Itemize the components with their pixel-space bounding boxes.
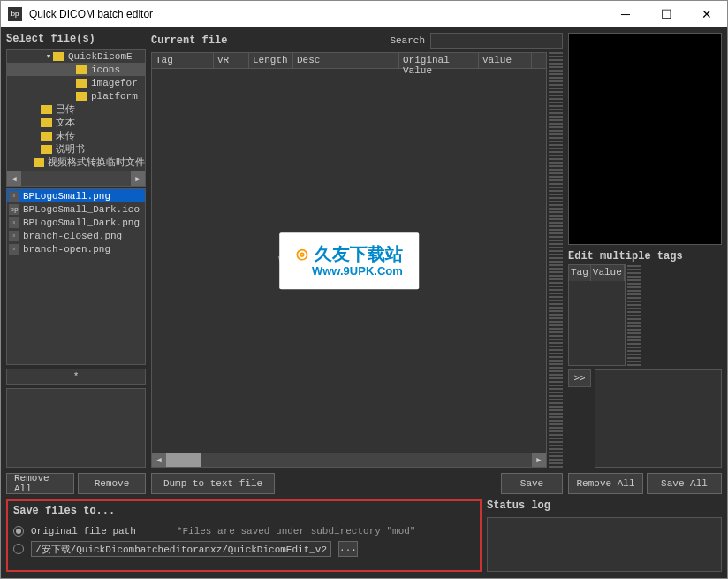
folder-icon	[41, 105, 52, 114]
select-files-label: Select file(s)	[6, 33, 146, 45]
browse-button[interactable]: ...	[338, 541, 358, 557]
column-header[interactable]: Tag	[152, 53, 214, 68]
file-icon: ▫	[9, 217, 19, 228]
window-title: Quick DICOM batch editor	[29, 8, 605, 20]
column-header[interactable]: Original Value	[399, 53, 479, 68]
dump-button[interactable]: Dump to text file	[151, 473, 275, 494]
file-item[interactable]: ▫BPLogoSmall.png	[7, 189, 145, 202]
folder-icon	[41, 118, 52, 127]
search-label: Search	[390, 35, 425, 46]
folder-icon	[76, 92, 87, 101]
file-list[interactable]: ▫BPLogoSmall.pngbpBPLogoSmall_Dark.ico▫B…	[6, 188, 146, 365]
tree-hscroll[interactable]: ◀ ▶	[7, 171, 145, 186]
save-all-button[interactable]: Save All	[647, 473, 722, 494]
folder-icon	[76, 65, 87, 74]
tree-item[interactable]: icons	[7, 63, 145, 76]
minimize-button[interactable]: ─	[605, 1, 646, 27]
move-right-button[interactable]: >>	[568, 369, 591, 387]
tree-item[interactable]: 未传	[7, 129, 145, 142]
table-hscroll[interactable]: ◀ ▶	[152, 453, 546, 467]
image-preview	[568, 33, 722, 245]
column-header[interactable]: Desc	[293, 53, 399, 68]
radio-custom-path[interactable]	[13, 544, 24, 554]
tree-item[interactable]: 文本	[7, 116, 145, 129]
close-button[interactable]: ✕	[686, 1, 727, 27]
custom-path-input[interactable]	[31, 541, 331, 557]
save-button[interactable]: Save	[501, 473, 563, 494]
edit-vscroll[interactable]	[627, 264, 641, 366]
save-files-label: Save files to...	[13, 505, 474, 517]
tree-item[interactable]: 视频格式转换临时文件	[7, 156, 145, 169]
titlebar: bp Quick DICOM batch editor ─ ☐ ✕	[1, 1, 727, 27]
file-icon: bp	[9, 204, 19, 215]
current-file-label: Current file	[151, 34, 227, 47]
tree-item[interactable]: platform	[7, 89, 145, 103]
column-header[interactable]: Length	[249, 53, 293, 68]
column-header[interactable]: Value	[591, 265, 625, 281]
save-files-panel: Save files to... Original file path *Fil…	[6, 499, 482, 572]
tag-table[interactable]: TagVRLengthDescOriginal ValueValue WWW.9…	[151, 52, 547, 468]
radio-original-path[interactable]	[13, 526, 24, 537]
folder-icon	[53, 52, 64, 61]
remove-all-button[interactable]: Remove All	[6, 473, 74, 494]
folder-icon	[76, 79, 87, 88]
filter-button[interactable]: *	[6, 369, 146, 385]
radio-original-label: Original file path	[31, 526, 136, 537]
file-item[interactable]: bpBPLogoSmall_Dark.ico	[7, 202, 145, 216]
file-item[interactable]: ▫BPLogoSmall_Dark.png	[7, 216, 145, 229]
folder-tree[interactable]: ▾QuickDicomEiconsimageforplatform已传文本未传说…	[6, 49, 146, 187]
status-log-box	[487, 517, 722, 572]
edit-tags-table[interactable]: TagValue	[568, 264, 626, 366]
tree-item[interactable]: ▾QuickDicomE	[7, 50, 145, 63]
scroll-right-icon[interactable]: ▶	[131, 171, 145, 186]
column-header[interactable]: Value	[479, 53, 532, 68]
watermark-logo: ⊙ 久友下载站 Www.9UPK.Com	[279, 232, 419, 289]
folder-icon	[41, 145, 52, 154]
file-item[interactable]: ▫branch-closed.png	[7, 229, 145, 242]
file-icon: ▫	[9, 244, 19, 255]
column-header[interactable]: VR	[214, 53, 249, 68]
edit-multiple-label: Edit multiple tags	[568, 250, 722, 263]
save-note: *Files are saved under subdirectory "mod…	[177, 526, 416, 537]
tree-item[interactable]: 说明书	[7, 142, 145, 156]
file-icon: ▫	[9, 231, 19, 241]
tree-item[interactable]: imagefor	[7, 76, 145, 89]
folder-icon	[41, 132, 52, 141]
tree-item[interactable]: 已传	[7, 103, 145, 116]
edit-remove-all-button[interactable]: Remove All	[568, 473, 643, 494]
file-item[interactable]: ▫branch-open.png	[7, 242, 145, 255]
right-extra-box	[595, 369, 722, 468]
table-vscroll[interactable]	[549, 52, 563, 468]
maximize-button[interactable]: ☐	[646, 1, 686, 27]
scroll-left-icon[interactable]: ◀	[152, 453, 166, 467]
left-extra-box	[6, 388, 146, 468]
scroll-right-icon[interactable]: ▶	[532, 453, 546, 467]
column-header[interactable]: Tag	[569, 265, 591, 281]
scroll-left-icon[interactable]: ◀	[7, 171, 21, 186]
app-icon: bp	[8, 7, 22, 21]
status-log-label: Status log	[487, 499, 722, 512]
remove-button[interactable]: Remove	[78, 473, 146, 494]
file-icon: ▫	[9, 191, 19, 202]
folder-icon	[34, 158, 44, 167]
search-input[interactable]	[430, 33, 563, 49]
